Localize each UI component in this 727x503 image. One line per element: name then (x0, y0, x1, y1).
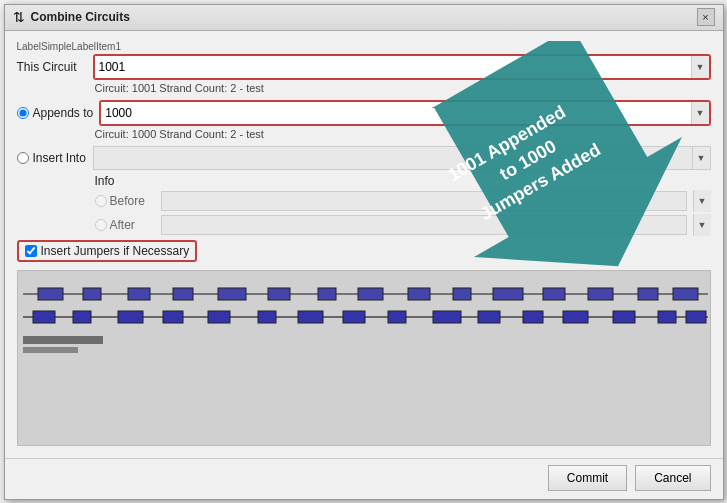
before-item: Before ▼ (95, 190, 711, 212)
after-radio[interactable] (95, 219, 107, 231)
svg-rect-12 (453, 288, 471, 300)
insert-jumpers-label: Insert Jumpers if Necessary (41, 244, 190, 258)
svg-rect-4 (83, 288, 101, 300)
svg-rect-10 (358, 288, 383, 300)
svg-rect-11 (408, 288, 430, 300)
title-bar-left: ⇅ Combine Circuits (13, 9, 130, 25)
svg-rect-22 (163, 311, 183, 323)
after-input[interactable] (161, 215, 687, 235)
before-dropdown[interactable]: ▼ (693, 190, 711, 212)
svg-rect-35 (23, 336, 103, 344)
before-input[interactable] (161, 191, 687, 211)
dialog-footer: Commit Cancel (5, 458, 723, 499)
cancel-button[interactable]: Cancel (635, 465, 710, 491)
insert-jumpers-checkbox[interactable] (25, 245, 37, 257)
before-radio-label[interactable]: Before (95, 194, 155, 208)
svg-rect-25 (298, 311, 323, 323)
svg-rect-32 (613, 311, 635, 323)
svg-rect-26 (343, 311, 365, 323)
svg-rect-20 (73, 311, 91, 323)
appends-to-input-wrap: ▼ (99, 100, 710, 126)
insert-into-input[interactable] (94, 147, 692, 169)
dialog-icon: ⇅ (13, 9, 25, 25)
insert-into-label[interactable]: Insert Into (17, 151, 87, 165)
svg-rect-28 (433, 311, 461, 323)
this-circuit-label: This Circuit (17, 60, 87, 74)
appends-to-input[interactable] (101, 102, 688, 124)
svg-rect-36 (23, 347, 78, 353)
svg-rect-23 (208, 311, 230, 323)
label-simple: LabelSimpleLabelItem1 (17, 41, 711, 52)
svg-rect-19 (33, 311, 55, 323)
after-item: After ▼ (95, 214, 711, 236)
this-circuit-input[interactable] (95, 56, 689, 78)
insert-into-input-wrap: ▼ (93, 146, 711, 170)
svg-rect-6 (173, 288, 193, 300)
svg-rect-17 (673, 288, 698, 300)
after-dropdown[interactable]: ▼ (693, 214, 711, 236)
appends-to-dropdown[interactable]: ▼ (691, 102, 709, 124)
svg-rect-8 (268, 288, 290, 300)
info-section: Info Before ▼ After ▼ (95, 174, 711, 236)
insert-into-radio[interactable] (17, 152, 29, 164)
svg-rect-34 (686, 311, 706, 323)
svg-rect-5 (128, 288, 150, 300)
this-circuit-dropdown[interactable]: ▼ (691, 56, 709, 78)
svg-marker-0 (423, 41, 703, 301)
dialog-body: LabelSimpleLabelItem1 This Circuit ▼ Cir… (5, 31, 723, 458)
svg-rect-27 (388, 311, 406, 323)
arrow-overlay: 1001 Appended to 1000 Jumpers Added (423, 41, 703, 301)
this-circuit-input-wrap: ▼ (93, 54, 711, 80)
appends-to-label[interactable]: Appends to (17, 106, 94, 120)
this-circuit-info: Circuit: 1001 Strand Count: 2 - test (95, 82, 711, 94)
appends-to-info: Circuit: 1000 Strand Count: 2 - test (95, 128, 711, 140)
after-radio-label[interactable]: After (95, 218, 155, 232)
insert-into-row: Insert Into ▼ (17, 146, 711, 170)
svg-rect-31 (563, 311, 588, 323)
svg-rect-7 (218, 288, 246, 300)
svg-rect-14 (543, 288, 565, 300)
svg-rect-33 (658, 311, 676, 323)
svg-rect-13 (493, 288, 523, 300)
insert-jumpers-row: Insert Jumpers if Necessary (17, 240, 198, 262)
combine-circuits-dialog: ⇅ Combine Circuits × LabelSimpleLabelIte… (4, 4, 724, 500)
appends-to-radio[interactable] (17, 107, 29, 119)
preview-area (17, 270, 711, 446)
insert-into-dropdown[interactable]: ▼ (692, 147, 710, 169)
svg-rect-29 (478, 311, 500, 323)
close-button[interactable]: × (697, 8, 715, 26)
before-radio[interactable] (95, 195, 107, 207)
dialog-title: Combine Circuits (31, 10, 130, 24)
title-bar: ⇅ Combine Circuits × (5, 5, 723, 31)
before-after-row: Before ▼ After ▼ (95, 190, 711, 236)
svg-rect-16 (638, 288, 658, 300)
svg-rect-24 (258, 311, 276, 323)
commit-button[interactable]: Commit (548, 465, 627, 491)
this-circuit-group: This Circuit ▼ (17, 54, 711, 80)
svg-rect-30 (523, 311, 543, 323)
svg-rect-15 (588, 288, 613, 300)
info-label: Info (95, 174, 711, 188)
appends-to-group: Appends to ▼ (17, 100, 711, 126)
svg-rect-9 (318, 288, 336, 300)
svg-rect-21 (118, 311, 143, 323)
svg-rect-3 (38, 288, 63, 300)
